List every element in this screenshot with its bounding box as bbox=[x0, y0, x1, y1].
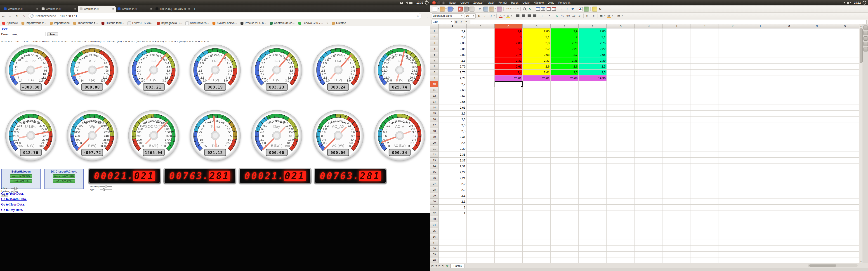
cell[interactable] bbox=[495, 116, 523, 123]
bookmark-item[interactable]: Proč se v EU n... bbox=[241, 22, 266, 25]
cell[interactable] bbox=[579, 246, 607, 251]
bookmark-item[interactable]: Kvalitní-nekva... bbox=[213, 22, 237, 25]
cell[interactable] bbox=[495, 175, 523, 181]
cell[interactable]: 2,65 bbox=[438, 99, 467, 105]
cell[interactable] bbox=[635, 123, 663, 128]
cell[interactable] bbox=[635, 146, 663, 152]
cell[interactable]: 2,9 bbox=[438, 29, 467, 34]
cell[interactable] bbox=[635, 240, 663, 246]
sidebar-styles-icon[interactable] bbox=[864, 31, 868, 35]
cell[interactable] bbox=[579, 199, 607, 205]
menu-zobraziť[interactable]: Zobraziť bbox=[471, 0, 486, 5]
cell[interactable] bbox=[467, 34, 495, 40]
cell[interactable] bbox=[495, 164, 523, 169]
cell[interactable] bbox=[635, 46, 663, 52]
cell[interactable] bbox=[607, 140, 635, 146]
borders-button-dropdown-icon[interactable]: ▼ bbox=[604, 15, 606, 17]
add-sheet-icon[interactable]: ⊕ bbox=[445, 264, 450, 267]
cell[interactable] bbox=[523, 116, 551, 123]
cell[interactable]: 2,38 bbox=[551, 58, 579, 64]
cell[interactable]: 2,83 bbox=[438, 52, 467, 58]
cell[interactable] bbox=[719, 75, 747, 81]
cell[interactable] bbox=[691, 70, 719, 75]
cell[interactable] bbox=[438, 228, 467, 234]
cell[interactable] bbox=[467, 205, 495, 210]
cell[interactable] bbox=[775, 34, 803, 40]
cell[interactable] bbox=[803, 87, 831, 93]
cell[interactable] bbox=[803, 34, 831, 40]
cell[interactable] bbox=[551, 93, 579, 99]
cell[interactable] bbox=[523, 93, 551, 99]
cell[interactable] bbox=[467, 46, 495, 52]
open-icon[interactable] bbox=[440, 6, 445, 11]
cell[interactable] bbox=[831, 246, 859, 251]
cell[interactable] bbox=[579, 193, 607, 199]
cell[interactable] bbox=[663, 164, 691, 169]
cell[interactable] bbox=[579, 210, 607, 216]
cell[interactable] bbox=[635, 258, 663, 263]
browser-tab[interactable]: Arduino I/U/P× bbox=[2, 6, 40, 12]
cell[interactable] bbox=[775, 199, 803, 205]
paste-icon-dropdown-icon[interactable]: ▼ bbox=[494, 8, 496, 10]
cell[interactable] bbox=[663, 34, 691, 40]
cell[interactable] bbox=[803, 93, 831, 99]
cell[interactable] bbox=[607, 222, 635, 228]
cell[interactable] bbox=[663, 246, 691, 251]
cell[interactable]: 2,68 bbox=[438, 87, 467, 93]
cell[interactable] bbox=[579, 93, 607, 99]
cell[interactable] bbox=[803, 222, 831, 228]
cell[interactable] bbox=[551, 81, 579, 87]
cell[interactable] bbox=[467, 175, 495, 181]
cell[interactable] bbox=[551, 251, 579, 258]
cell[interactable] bbox=[831, 228, 859, 234]
cell[interactable] bbox=[775, 164, 803, 169]
cell[interactable] bbox=[551, 240, 579, 246]
bookmark-item[interactable]: Importované z... bbox=[22, 22, 46, 25]
cell[interactable] bbox=[775, 187, 803, 193]
cell[interactable] bbox=[579, 251, 607, 258]
sidebar-properties-icon[interactable] bbox=[864, 26, 868, 30]
cell[interactable] bbox=[467, 87, 495, 93]
cell[interactable] bbox=[579, 123, 607, 128]
cell[interactable] bbox=[579, 81, 607, 87]
cell[interactable] bbox=[607, 246, 635, 251]
cell[interactable] bbox=[775, 169, 803, 175]
cell[interactable] bbox=[691, 146, 719, 152]
bookmark-item[interactable]: Importované bbox=[50, 22, 70, 25]
cell[interactable] bbox=[523, 246, 551, 251]
cell[interactable] bbox=[495, 216, 523, 222]
cell[interactable] bbox=[438, 222, 467, 228]
cell[interactable] bbox=[607, 251, 635, 258]
cell[interactable] bbox=[691, 181, 719, 187]
cell[interactable] bbox=[607, 29, 635, 34]
site-info-icon[interactable]: i bbox=[31, 14, 34, 18]
cell[interactable] bbox=[467, 146, 495, 152]
row-header-18[interactable]: 18 bbox=[430, 128, 438, 134]
row-header-24[interactable]: 24 bbox=[430, 164, 438, 169]
cell[interactable] bbox=[635, 210, 663, 216]
cell[interactable] bbox=[691, 134, 719, 140]
cell[interactable] bbox=[663, 234, 691, 240]
cell[interactable] bbox=[467, 193, 495, 199]
cell[interactable] bbox=[691, 169, 719, 175]
cell[interactable] bbox=[635, 128, 663, 134]
vertical-scrollbar[interactable]: ▲ ▼ bbox=[859, 24, 863, 263]
cell[interactable] bbox=[579, 158, 607, 164]
cell[interactable]: 2 bbox=[551, 34, 579, 40]
first-sheet-icon[interactable]: |◀ bbox=[430, 265, 434, 267]
row-header-40[interactable]: 40 bbox=[430, 258, 438, 263]
cell[interactable] bbox=[635, 246, 663, 251]
cell[interactable] bbox=[719, 81, 747, 87]
cell[interactable] bbox=[495, 169, 523, 175]
cell[interactable] bbox=[551, 193, 579, 199]
cell[interactable] bbox=[747, 123, 775, 128]
cell[interactable] bbox=[775, 193, 803, 199]
cell[interactable] bbox=[691, 210, 719, 216]
cell[interactable] bbox=[579, 205, 607, 210]
cell[interactable] bbox=[747, 234, 775, 240]
row-header-25[interactable]: 25 bbox=[430, 169, 438, 175]
browser-tab[interactable]: Arduino I/U/P× bbox=[40, 6, 78, 12]
delete-decimal-button[interactable]: ,0 bbox=[577, 13, 582, 18]
cell[interactable]: 2,74 bbox=[495, 52, 523, 58]
cell[interactable] bbox=[747, 81, 775, 87]
